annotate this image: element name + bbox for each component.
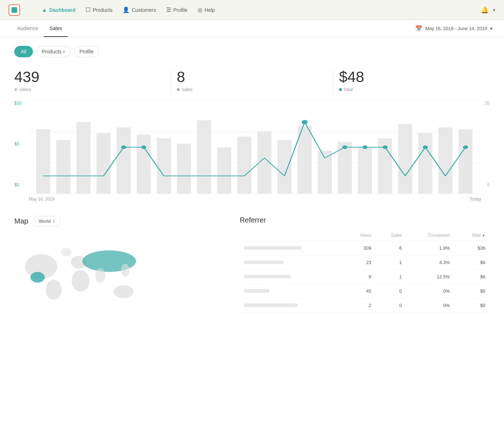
nav-customers-label: Customers — [132, 7, 156, 13]
svg-rect-25 — [459, 129, 472, 194]
tab-sales[interactable]: Sales — [44, 20, 68, 37]
customers-icon: 👤 — [122, 6, 130, 13]
world-map-svg — [14, 238, 143, 310]
stat-separator-2 — [333, 69, 333, 92]
svg-point-43 — [95, 268, 105, 283]
total-label: total — [339, 87, 490, 92]
referrer-conversion: 0% — [406, 284, 454, 298]
referrer-url-bar — [244, 275, 291, 278]
referrer-total: $0 — [454, 284, 490, 298]
svg-rect-20 — [358, 147, 372, 194]
svg-point-36 — [46, 280, 62, 300]
svg-rect-23 — [418, 133, 432, 194]
referrer-url-cell — [240, 241, 344, 255]
referrer-table: Views Sales Conversion Total ▼ 309 6 1.9… — [240, 230, 490, 313]
table-row: 45 0 0% $0 — [240, 284, 490, 298]
views-label: views — [14, 87, 165, 92]
referrer-views: 23 — [344, 255, 375, 270]
nav-products[interactable]: ☐ Products — [81, 4, 117, 16]
world-map — [14, 238, 143, 310]
filter-products-button[interactable]: Products ▾ — [37, 46, 71, 57]
referrer-url-cell — [240, 270, 344, 284]
referrer-sales: 6 — [375, 241, 406, 255]
referrer-url-bar — [244, 289, 269, 293]
chart-svg — [29, 101, 481, 194]
map-section: Map World ⇕ — [14, 216, 223, 313]
chart-container: $10 $5 $0 20 0 — [14, 101, 490, 202]
svg-point-35 — [30, 272, 45, 283]
stats-row: 439 views 8 sales $48 total — [14, 69, 490, 92]
referrer-sales: 1 — [375, 255, 406, 270]
referrer-sales: 0 — [375, 284, 406, 298]
referrer-table-body: 309 6 1.9% $36 23 1 4.3% $6 8 1 12.5% $6… — [240, 241, 490, 313]
chart-area — [29, 101, 481, 194]
filter-profile-label: Profile — [79, 49, 94, 54]
nav-customers[interactable]: 👤 Customers — [118, 4, 160, 16]
referrer-views: 8 — [344, 270, 375, 284]
nav-dashboard-label: Dashboard — [49, 7, 76, 13]
sub-nav: Audience Sales 📅 May 16, 2019 - June 14,… — [0, 20, 504, 37]
referrer-sales: 0 — [375, 298, 406, 313]
svg-rect-16 — [277, 140, 291, 194]
calendar-icon: 📅 — [415, 25, 422, 32]
nav-dashboard[interactable]: ▲ Dashboard — [37, 4, 80, 16]
svg-rect-6 — [76, 122, 90, 194]
filter-profile-button[interactable]: Profile — [74, 46, 99, 57]
notifications-icon[interactable]: 🔔 — [481, 6, 489, 14]
chart-y-labels-right: 20 0 — [485, 101, 490, 187]
date-range-chevron: ▾ — [490, 26, 493, 31]
col-header-conversion: Conversion — [406, 230, 454, 241]
svg-point-40 — [113, 285, 134, 298]
profile-icon: ☰ — [166, 6, 171, 13]
svg-point-26 — [121, 145, 126, 149]
svg-rect-24 — [438, 128, 452, 194]
table-header-row: Views Sales Conversion Total ▼ — [240, 230, 490, 241]
total-value: $48 — [339, 69, 490, 85]
table-row: 309 6 1.9% $36 — [240, 241, 490, 255]
svg-rect-14 — [237, 136, 251, 194]
svg-point-27 — [141, 145, 146, 149]
referrer-url-bar — [244, 260, 284, 264]
svg-rect-4 — [36, 129, 50, 194]
referrer-conversion: 12.5% — [406, 270, 454, 284]
chevron-down-icon: ▾ — [63, 49, 65, 54]
filter-bar: All Products ▾ Profile — [14, 46, 490, 57]
referrer-total: $0 — [454, 298, 490, 313]
table-row: 2 0 0% $0 — [240, 298, 490, 313]
referrer-total: $6 — [454, 255, 490, 270]
nav-help[interactable]: ◎ Help — [193, 4, 219, 16]
bottom-section: Map World ⇕ — [14, 216, 490, 313]
svg-rect-8 — [117, 128, 131, 194]
referrer-total: $6 — [454, 270, 490, 284]
stat-views: 439 views — [14, 69, 165, 92]
tab-audience[interactable]: Audience — [11, 20, 44, 37]
stat-total: $48 total — [339, 69, 490, 92]
svg-rect-10 — [157, 138, 171, 194]
logo[interactable] — [9, 4, 20, 16]
table-row: 23 1 4.3% $6 — [240, 255, 490, 270]
referrer-sales: 1 — [375, 270, 406, 284]
sales-value: 8 — [177, 69, 328, 85]
svg-rect-9 — [137, 135, 151, 194]
table-row: 8 1 12.5% $6 — [240, 270, 490, 284]
sort-arrow-icon: ▼ — [482, 234, 485, 238]
referrer-url-cell — [240, 255, 344, 270]
referrer-views: 45 — [344, 284, 375, 298]
world-select[interactable]: World ⇕ — [34, 216, 60, 226]
referrer-title: Referrer — [240, 216, 490, 224]
total-dot — [339, 88, 342, 91]
nav-user-dropdown[interactable]: ▾ — [493, 7, 495, 13]
filter-all-button[interactable]: All — [14, 46, 33, 57]
svg-rect-11 — [177, 144, 191, 194]
stat-sales: 8 sales — [177, 69, 328, 92]
svg-rect-5 — [56, 140, 70, 194]
svg-point-31 — [383, 145, 388, 149]
select-arrows-icon: ⇕ — [52, 219, 55, 224]
col-header-views: Views — [344, 230, 375, 241]
views-dot — [14, 88, 17, 91]
referrer-url-cell — [240, 298, 344, 313]
date-range-picker[interactable]: 📅 May 16, 2019 - June 14, 2019 ▾ — [415, 25, 493, 32]
nav-profile[interactable]: ☰ Profile — [162, 4, 192, 16]
products-icon: ☐ — [86, 6, 91, 13]
nav-help-label: Help — [205, 7, 215, 13]
